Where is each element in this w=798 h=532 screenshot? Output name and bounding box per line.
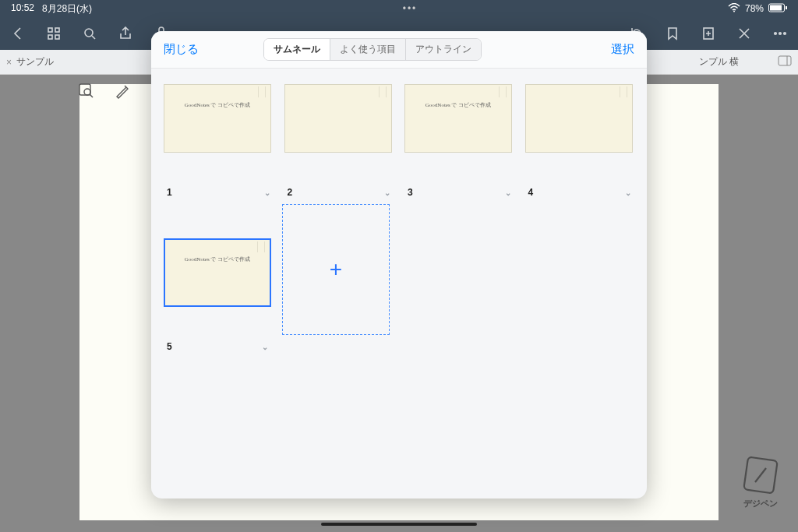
svg-point-0 — [733, 10, 735, 12]
svg-rect-14 — [779, 56, 791, 65]
wifi-icon — [728, 3, 740, 15]
watermark-label: デジペン — [743, 498, 778, 509]
chevron-down-icon[interactable]: ⌄ — [384, 188, 390, 197]
page-num: 3 — [408, 187, 413, 198]
status-bar: 10:52 8月28日(水) ••• 78% — [0, 0, 798, 17]
add-page-tile[interactable]: + — [282, 204, 390, 335]
plus-icon: + — [330, 257, 342, 282]
modal-select-link[interactable]: 選択 — [611, 42, 634, 57]
segment-outline[interactable]: アウトライン — [405, 39, 481, 60]
svg-point-11 — [775, 33, 777, 35]
panel-icon[interactable] — [778, 55, 792, 69]
page-thumb-4[interactable]: 4⌄ — [525, 84, 635, 199]
modal-close-link[interactable]: 閉じる — [164, 42, 199, 57]
page-num: 2 — [288, 187, 293, 198]
svg-point-12 — [779, 33, 782, 35]
svg-rect-7 — [55, 35, 59, 39]
status-time: 10:52 — [11, 2, 34, 16]
zoom-tool-icon[interactable] — [78, 83, 95, 100]
watermark: デジペン — [736, 454, 786, 513]
segment-favorites[interactable]: よく使う項目 — [330, 39, 405, 60]
bookmark-button[interactable] — [662, 23, 683, 44]
page-thumb-5[interactable]: GoodNotes で コピペで作成 5⌄ — [164, 238, 271, 354]
page-thumb-2[interactable]: 2⌄ — [284, 84, 394, 199]
more-button[interactable] — [770, 23, 790, 44]
add-page-button[interactable] — [698, 23, 719, 44]
page-num: 4 — [528, 187, 534, 198]
svg-rect-6 — [48, 35, 52, 39]
segmented-control: サムネール よく使う項目 アウトライン — [263, 38, 482, 61]
tab-label-right[interactable]: ンプル 横 — [699, 55, 739, 69]
modal-body: GoodNotes で コピペで作成 1⌄ 2⌄ GoodNotes で コピペ… — [151, 69, 647, 369]
svg-rect-5 — [55, 28, 59, 32]
status-center-dots: ••• — [92, 3, 728, 14]
home-indicator[interactable] — [321, 523, 477, 526]
back-button[interactable] — [8, 23, 28, 44]
page-num: 1 — [167, 187, 172, 198]
battery-icon — [768, 3, 787, 15]
svg-rect-3 — [770, 5, 782, 10]
chevron-down-icon[interactable]: ⌄ — [264, 188, 270, 197]
page-thumb-3[interactable]: GoodNotes で コピペで作成 3⌄ — [404, 84, 514, 199]
svg-point-8 — [85, 29, 93, 37]
page-thumb-1[interactable]: GoodNotes で コピペで作成 1⌄ — [164, 84, 274, 199]
battery-pct: 78% — [745, 3, 764, 14]
svg-point-16 — [84, 89, 90, 95]
tab-label-left[interactable]: サンプル — [16, 55, 54, 69]
segment-thumbnails[interactable]: サムネール — [264, 39, 330, 60]
modal-header: 閉じる サムネール よく使う項目 アウトライン 選択 — [151, 31, 647, 69]
thumbnails-modal: 閉じる サムネール よく使う項目 アウトライン 選択 GoodNotes で コ… — [151, 31, 647, 499]
tab-close-icon[interactable]: × — [6, 57, 12, 68]
svg-point-13 — [784, 33, 786, 35]
chevron-down-icon[interactable]: ⌄ — [625, 188, 631, 197]
search-button[interactable] — [79, 23, 100, 44]
chevron-down-icon[interactable]: ⌄ — [505, 188, 511, 197]
svg-rect-4 — [48, 28, 52, 32]
svg-rect-2 — [786, 6, 787, 9]
pen-tool-icon[interactable] — [114, 83, 131, 100]
share-button[interactable] — [115, 23, 136, 44]
page-num: 5 — [167, 341, 172, 352]
chevron-down-icon[interactable]: ⌄ — [262, 343, 268, 351]
grid-button[interactable] — [44, 23, 64, 44]
status-date: 8月28日(水) — [42, 2, 92, 16]
close-button[interactable] — [734, 23, 754, 44]
